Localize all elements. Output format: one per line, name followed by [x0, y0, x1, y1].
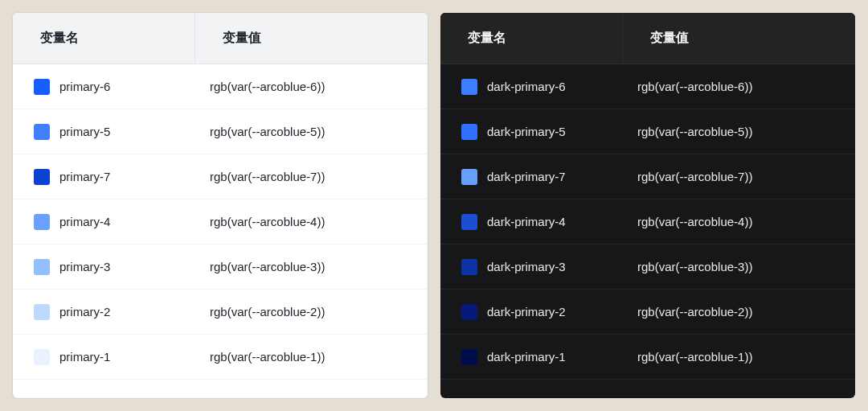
table-row: dark-primary-7 rgb(var(--arcoblue-7)) [440, 154, 855, 199]
cell-var-name: dark-primary-1 [440, 335, 623, 379]
color-swatch-icon [461, 124, 477, 140]
color-swatch-icon [34, 259, 50, 275]
dark-theme-panel: 变量名 变量值 dark-primary-6 rgb(var(--arcoblu… [440, 13, 855, 398]
light-table-body: primary-6 rgb(var(--arcoblue-6)) primary… [13, 64, 428, 380]
var-name-text: dark-primary-6 [487, 80, 566, 93]
cell-var-value: rgb(var(--arcoblue-7)) [623, 154, 855, 199]
cell-var-name: primary-7 [13, 154, 195, 199]
color-swatch-icon [461, 79, 477, 95]
cell-var-value: rgb(var(--arcoblue-4)) [195, 199, 428, 244]
table-row: dark-primary-4 rgb(var(--arcoblue-4)) [440, 199, 855, 245]
table-row: dark-primary-5 rgb(var(--arcoblue-5)) [440, 109, 855, 154]
cell-var-name: dark-primary-3 [440, 245, 623, 289]
cell-var-value: rgb(var(--arcoblue-1)) [195, 335, 428, 379]
color-swatch-icon [461, 304, 477, 320]
table-header-row: 变量名 变量值 [13, 13, 428, 64]
cell-var-value: rgb(var(--arcoblue-1)) [623, 335, 855, 379]
table-row: primary-2 rgb(var(--arcoblue-2)) [13, 290, 428, 335]
table-header-row: 变量名 变量值 [440, 13, 855, 64]
color-swatch-icon [461, 169, 477, 185]
cell-var-value: rgb(var(--arcoblue-5)) [623, 109, 855, 154]
table-row: primary-1 rgb(var(--arcoblue-1)) [13, 335, 428, 380]
cell-var-name: primary-2 [13, 290, 195, 334]
var-name-text: dark-primary-4 [487, 215, 566, 228]
dark-table-body: dark-primary-6 rgb(var(--arcoblue-6)) da… [440, 64, 855, 380]
cell-var-value: rgb(var(--arcoblue-3)) [195, 245, 428, 289]
table-row: primary-5 rgb(var(--arcoblue-5)) [13, 109, 428, 154]
var-name-text: primary-6 [59, 80, 110, 93]
cell-var-name: dark-primary-6 [440, 64, 623, 109]
color-swatch-icon [34, 349, 50, 365]
table-row: dark-primary-1 rgb(var(--arcoblue-1)) [440, 335, 855, 380]
cell-var-name: dark-primary-7 [440, 154, 623, 199]
cell-var-value: rgb(var(--arcoblue-6)) [623, 64, 855, 109]
color-swatch-icon [461, 349, 477, 365]
cell-var-name: primary-3 [13, 245, 195, 289]
column-header-var-name: 变量名 [440, 13, 623, 64]
var-name-text: primary-1 [59, 350, 110, 364]
cell-var-name: primary-6 [13, 64, 195, 109]
var-name-text: dark-primary-2 [487, 305, 566, 319]
table-row: primary-7 rgb(var(--arcoblue-7)) [13, 154, 428, 199]
table-row: dark-primary-6 rgb(var(--arcoblue-6)) [440, 64, 855, 109]
cell-var-name: primary-4 [13, 199, 195, 244]
var-name-text: dark-primary-1 [487, 350, 566, 364]
var-name-text: dark-primary-3 [487, 260, 566, 273]
cell-var-name: primary-5 [13, 109, 195, 154]
var-name-text: dark-primary-7 [487, 170, 566, 183]
table-row: primary-3 rgb(var(--arcoblue-3)) [13, 245, 428, 290]
var-name-text: primary-3 [59, 260, 110, 273]
color-swatch-icon [461, 259, 477, 275]
cell-var-value: rgb(var(--arcoblue-7)) [195, 154, 428, 199]
column-header-var-value: 变量值 [623, 13, 855, 64]
table-row: primary-6 rgb(var(--arcoblue-6)) [13, 64, 428, 109]
cell-var-value: rgb(var(--arcoblue-5)) [195, 109, 428, 154]
color-swatch-icon [34, 79, 50, 95]
cell-var-value: rgb(var(--arcoblue-2)) [623, 290, 855, 334]
column-header-var-name: 变量名 [13, 13, 195, 64]
table-row: dark-primary-3 rgb(var(--arcoblue-3)) [440, 245, 855, 290]
var-name-text: primary-2 [59, 305, 110, 319]
table-row: primary-4 rgb(var(--arcoblue-4)) [13, 199, 428, 245]
cell-var-name: dark-primary-4 [440, 199, 623, 244]
cell-var-value: rgb(var(--arcoblue-2)) [195, 290, 428, 334]
var-name-text: primary-5 [59, 125, 110, 138]
cell-var-value: rgb(var(--arcoblue-6)) [195, 64, 428, 109]
var-name-text: primary-7 [59, 170, 110, 183]
color-swatch-icon [34, 169, 50, 185]
column-header-var-value: 变量值 [195, 13, 428, 64]
table-row: dark-primary-2 rgb(var(--arcoblue-2)) [440, 290, 855, 335]
cell-var-name: dark-primary-5 [440, 109, 623, 154]
var-name-text: primary-4 [59, 215, 110, 228]
color-swatch-icon [34, 214, 50, 230]
var-name-text: dark-primary-5 [487, 125, 566, 138]
light-theme-panel: 变量名 变量值 primary-6 rgb(var(--arcoblue-6))… [13, 13, 428, 398]
cell-var-value: rgb(var(--arcoblue-3)) [623, 245, 855, 289]
color-swatch-icon [34, 304, 50, 320]
color-swatch-icon [34, 124, 50, 140]
cell-var-name: dark-primary-2 [440, 290, 623, 334]
cell-var-name: primary-1 [13, 335, 195, 379]
color-swatch-icon [461, 214, 477, 230]
cell-var-value: rgb(var(--arcoblue-4)) [623, 199, 855, 244]
